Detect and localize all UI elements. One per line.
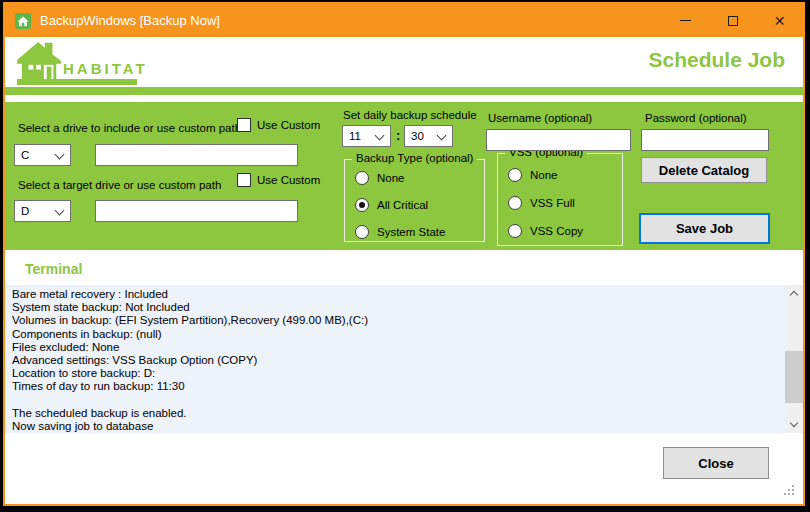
terminal-line bbox=[12, 394, 777, 407]
target-drive-select[interactable]: D bbox=[14, 200, 71, 222]
close-button[interactable]: Close bbox=[663, 447, 769, 479]
scroll-up-button[interactable] bbox=[785, 285, 803, 302]
backup-type-group: Backup Type (optional) None All Critical… bbox=[344, 159, 485, 242]
terminal-line: Location to store backup: D: bbox=[12, 367, 777, 380]
radio-label: All Critical bbox=[377, 199, 428, 211]
terminal-box: Bare metal recovery : IncludedSystem sta… bbox=[5, 285, 803, 433]
radio-backup-system-state[interactable]: System State bbox=[355, 225, 445, 239]
radio-backup-all-critical[interactable]: All Critical bbox=[355, 198, 428, 212]
maximize-icon bbox=[728, 16, 738, 26]
terminal-label: Terminal bbox=[25, 261, 82, 277]
password-input[interactable] bbox=[641, 129, 769, 151]
close-window-button[interactable]: ✕ bbox=[756, 4, 803, 37]
terminal-scrollbar[interactable] bbox=[785, 285, 803, 433]
title-bar: BackupWindows [Backup Now] ✕ bbox=[5, 4, 803, 37]
terminal-line: Times of day to run backup: 11:30 bbox=[12, 380, 777, 393]
chevron-down-icon bbox=[55, 150, 65, 160]
terminal-line: Files excluded: None bbox=[12, 341, 777, 354]
use-custom-label: Use Custom bbox=[257, 174, 320, 186]
radio-vss-copy[interactable]: VSS Copy bbox=[508, 224, 583, 238]
terminal-line: The scheduled backup is enabled. bbox=[12, 407, 777, 420]
schedule-minute-select[interactable]: 30 bbox=[404, 125, 453, 147]
terminal-line: Now saving job to database bbox=[12, 420, 777, 433]
radio-icon bbox=[508, 196, 522, 210]
backup-type-group-label: Backup Type (optional) bbox=[352, 152, 477, 164]
username-input[interactable] bbox=[486, 129, 631, 151]
radio-label: System State bbox=[377, 226, 445, 238]
header-gap bbox=[5, 95, 803, 102]
source-drive-value: C bbox=[21, 149, 29, 161]
radio-icon bbox=[355, 198, 369, 212]
username-label: Username (optional) bbox=[488, 112, 592, 124]
scroll-down-icon bbox=[790, 419, 798, 427]
source-drive-label: Select a drive to include or use custom … bbox=[18, 122, 241, 134]
window-controls: ✕ bbox=[662, 4, 803, 37]
radio-vss-full[interactable]: VSS Full bbox=[508, 196, 575, 210]
radio-vss-none[interactable]: None bbox=[508, 168, 558, 182]
radio-icon bbox=[508, 168, 522, 182]
terminal-line: Advanced settings: VSS Backup Option (CO… bbox=[12, 354, 777, 367]
house-logo-icon bbox=[17, 40, 63, 82]
terminal-line: Bare metal recovery : Included bbox=[12, 288, 777, 301]
schedule-label: Set daily backup schedule bbox=[343, 109, 477, 121]
radio-icon bbox=[355, 225, 369, 239]
minimize-button[interactable] bbox=[662, 4, 709, 37]
radio-backup-none[interactable]: None bbox=[355, 171, 405, 185]
logo-text: HABITAT bbox=[63, 60, 148, 77]
maximize-button[interactable] bbox=[709, 4, 756, 37]
schedule-form-panel: Select a drive to include or use custom … bbox=[5, 102, 803, 250]
scroll-up-icon bbox=[790, 291, 798, 299]
scrollbar-thumb[interactable] bbox=[785, 351, 803, 403]
target-use-custom-checkbox[interactable]: Use Custom bbox=[237, 173, 320, 187]
green-divider-stripe bbox=[5, 87, 803, 95]
terminal-header: Terminal bbox=[5, 250, 803, 285]
radio-label: None bbox=[530, 169, 558, 181]
terminal-line: Volumes in backup: (EFI System Partition… bbox=[12, 314, 777, 327]
terminal-output: Bare metal recovery : IncludedSystem sta… bbox=[5, 285, 803, 433]
source-use-custom-checkbox[interactable]: Use Custom bbox=[237, 118, 320, 132]
password-label: Password (optional) bbox=[645, 112, 747, 124]
target-custom-path-input[interactable] bbox=[95, 200, 298, 222]
page-title: Schedule Job bbox=[648, 48, 785, 72]
terminal-line: Components in backup: (null) bbox=[12, 328, 777, 341]
target-drive-value: D bbox=[21, 205, 29, 217]
schedule-minute-value: 30 bbox=[411, 130, 424, 142]
habitat-logo: HABITAT bbox=[17, 39, 217, 87]
app-window: BackupWindows [Backup Now] ✕ HABITAT Sch… bbox=[3, 2, 805, 506]
radio-label: None bbox=[377, 172, 405, 184]
app-house-icon bbox=[15, 13, 31, 29]
schedule-hour-value: 11 bbox=[349, 130, 361, 142]
chevron-down-icon bbox=[375, 131, 385, 141]
close-icon: ✕ bbox=[774, 13, 786, 29]
header: HABITAT Schedule Job bbox=[5, 37, 803, 87]
delete-catalog-button[interactable]: Delete Catalog bbox=[641, 157, 767, 183]
radio-label: VSS Full bbox=[530, 197, 575, 209]
use-custom-label: Use Custom bbox=[257, 119, 320, 131]
chevron-down-icon bbox=[437, 131, 447, 141]
radio-label: VSS Copy bbox=[530, 225, 583, 237]
scroll-down-button[interactable] bbox=[785, 416, 803, 433]
time-separator: : bbox=[396, 128, 400, 143]
checkbox-icon bbox=[237, 118, 251, 132]
radio-icon bbox=[355, 171, 369, 185]
source-custom-path-input[interactable] bbox=[95, 144, 298, 166]
resize-grip-dots bbox=[784, 485, 786, 487]
target-drive-label: Select a target drive or use custom path bbox=[18, 179, 221, 191]
window-title: BackupWindows [Backup Now] bbox=[40, 13, 662, 28]
terminal-line: System state backup: Not Included bbox=[12, 301, 777, 314]
footer: Close bbox=[5, 433, 803, 504]
source-drive-select[interactable]: C bbox=[14, 144, 71, 166]
save-job-button[interactable]: Save Job bbox=[639, 213, 770, 244]
chevron-down-icon bbox=[55, 206, 65, 216]
logo-underline bbox=[17, 79, 137, 85]
radio-icon bbox=[508, 224, 522, 238]
resize-grip[interactable] bbox=[784, 485, 796, 497]
checkbox-icon bbox=[237, 173, 251, 187]
schedule-hour-select[interactable]: 11 bbox=[342, 125, 391, 147]
vss-group: VSS (optional) None VSS Full VSS Copy bbox=[497, 153, 623, 246]
minimize-icon bbox=[680, 20, 691, 21]
